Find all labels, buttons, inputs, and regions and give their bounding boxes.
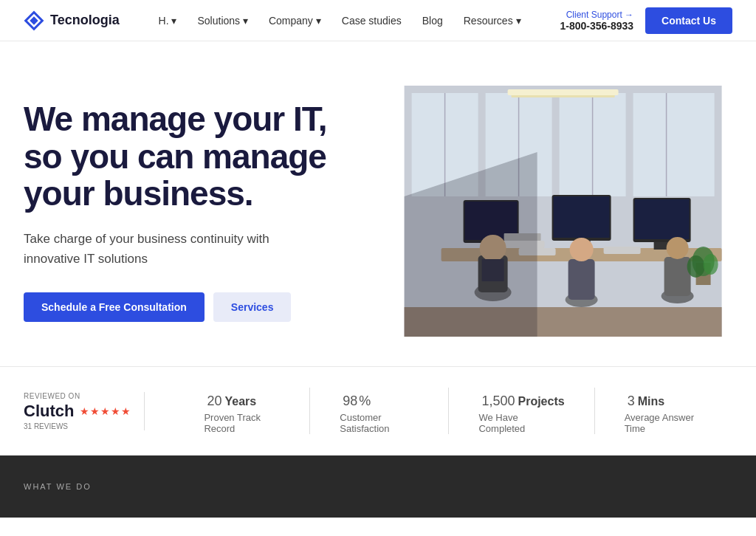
stat-satisfaction: 98% Customer Satisfaction xyxy=(310,388,449,434)
hero-content: We manage your IT, so you can manage you… xyxy=(24,100,364,322)
nav-item-solutions[interactable]: Solutions ▾ xyxy=(197,15,247,27)
stat-projects-label: We Have Completed xyxy=(478,412,564,434)
nav-links: H. ▾ Solutions ▾ Company ▾ Case studies … xyxy=(159,15,521,27)
stat-projects: 1,500Projects We Have Completed xyxy=(449,388,594,434)
hero-subheading: Take charge of your business continuity … xyxy=(24,229,304,269)
hero-image xyxy=(394,86,732,337)
stat-years-label: Proven Track Record xyxy=(204,412,280,434)
contact-button[interactable]: Contact Us xyxy=(645,7,732,34)
svg-rect-33 xyxy=(664,257,690,296)
phone-number: 1-800-356-8933 xyxy=(560,20,633,32)
svg-point-34 xyxy=(666,237,688,259)
stat-response: 3Mins Average Answer Time xyxy=(595,388,732,434)
stat-satisfaction-number: 98% xyxy=(340,388,419,410)
svg-rect-21 xyxy=(634,199,689,239)
stat-projects-number: 1,500Projects xyxy=(478,388,564,410)
nav-item-blog[interactable]: Blog xyxy=(422,15,443,27)
svg-point-31 xyxy=(569,238,593,261)
nav-item-resources[interactable]: Resources ▾ xyxy=(464,15,521,27)
nav-item-company[interactable]: Company ▾ xyxy=(269,15,321,27)
clutch-stars: ★★★★★ xyxy=(80,405,131,417)
logo[interactable]: Tecnologia xyxy=(24,10,120,31)
svg-rect-40 xyxy=(603,247,640,254)
what-we-do-label: WHAT WE DO xyxy=(24,482,92,491)
nav-item-casestudies[interactable]: Case studies xyxy=(342,15,402,27)
clutch-name: Clutch xyxy=(24,402,74,421)
schedule-consultation-button[interactable]: Schedule a Free Consultation xyxy=(24,292,205,322)
svg-point-37 xyxy=(687,255,704,278)
svg-rect-30 xyxy=(568,259,594,300)
clutch-badge: REVIEWED ON Clutch ★★★★★ 31 REVIEWS xyxy=(24,392,145,430)
navbar: Tecnologia H. ▾ Solutions ▾ Company ▾ Ca… xyxy=(0,0,756,41)
stat-response-label: Average Answer Time xyxy=(625,412,703,434)
logo-icon xyxy=(24,10,44,31)
support-link[interactable]: Client Support → xyxy=(560,10,633,20)
nav-item-h[interactable]: H. ▾ xyxy=(159,15,177,27)
brand-name: Tecnologia xyxy=(50,13,120,28)
nav-right: Client Support → 1-800-356-8933 Contact … xyxy=(560,7,732,34)
hero-heading: We manage your IT, so you can manage you… xyxy=(24,100,364,213)
svg-point-38 xyxy=(703,254,718,275)
svg-rect-1 xyxy=(30,16,38,24)
hero-buttons: Schedule a Free Consultation Services xyxy=(24,292,364,322)
office-illustration xyxy=(394,86,732,337)
svg-rect-6 xyxy=(633,93,714,196)
stats-bar: REVIEWED ON Clutch ★★★★★ 31 REVIEWS 20Ye… xyxy=(0,366,756,456)
stat-years: 20Years Proven Track Record xyxy=(174,388,310,434)
stat-years-number: 20Years xyxy=(204,388,280,410)
stat-satisfaction-label: Customer Satisfaction xyxy=(340,412,419,434)
services-button[interactable]: Services xyxy=(213,292,292,322)
svg-rect-18 xyxy=(553,196,609,238)
svg-rect-12 xyxy=(511,95,614,97)
stat-response-number: 3Mins xyxy=(625,388,703,410)
hero-section: We manage your IT, so you can manage you… xyxy=(0,41,756,366)
clutch-reviews: 31 REVIEWS xyxy=(24,422,114,430)
dark-section: WHAT WE DO xyxy=(0,456,756,518)
clutch-reviewed-label: REVIEWED ON xyxy=(24,392,114,400)
svg-rect-11 xyxy=(507,89,618,95)
client-support: Client Support → 1-800-356-8933 xyxy=(560,10,633,32)
